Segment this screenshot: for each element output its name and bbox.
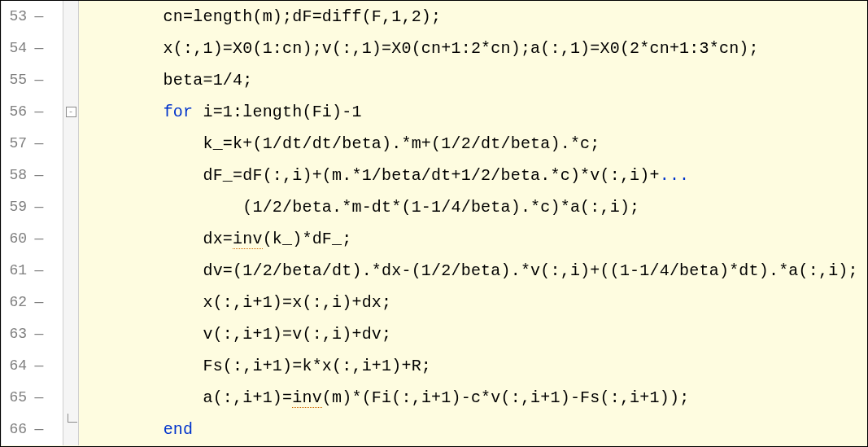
line-dash-marker: — [30, 287, 48, 318]
line-dash-marker: — [30, 160, 48, 191]
code-text[interactable]: dv=(1/2/beta/dt).*dx-(1/2/beta).*v(:,i)+… [79, 255, 867, 287]
code-text[interactable]: dF_=dF(:,i)+(m.*1/beta/dt+1/2/beta.*c)*v… [79, 160, 867, 191]
code-token: dF_=dF(:,i)+(m.*1/beta/dt+1/2/beta.*c)*v… [84, 166, 660, 185]
line-dash-marker: — [30, 96, 48, 128]
code-token: k_=k+(1/dt/dt/beta).*m+(1/2/dt/beta).*c; [84, 134, 600, 153]
fold-gutter [63, 223, 79, 255]
breakpoint-gutter[interactable] [48, 318, 63, 350]
code-line[interactable]: 56—- for i=1:length(Fi)-1 [1, 96, 867, 128]
line-dash-marker: — [30, 33, 48, 64]
code-line[interactable]: 59— (1/2/beta.*m-dt*(1-1/4/beta).*c)*a(:… [1, 191, 867, 223]
code-line[interactable]: 60— dx=inv(k_)*dF_; [1, 223, 867, 255]
breakpoint-gutter[interactable] [48, 287, 63, 318]
line-number: 63 [1, 318, 30, 350]
fold-gutter[interactable] [63, 414, 79, 445]
breakpoint-gutter[interactable] [48, 96, 63, 128]
code-line[interactable]: 54— x(:,1)=X0(1:cn);v(:,1)=X0(cn+1:2*cn)… [1, 33, 867, 64]
code-line[interactable]: 55— beta=1/4; [1, 64, 867, 96]
warning-token: inv [292, 388, 322, 408]
fold-gutter [63, 128, 79, 160]
line-number: 56 [1, 96, 30, 128]
code-text[interactable]: v(:,i+1)=v(:,i)+dv; [79, 318, 867, 350]
code-token: a(:,i+1)= [84, 388, 292, 407]
code-token [84, 420, 164, 439]
code-text[interactable]: x(:,i+1)=x(:,i)+dx; [79, 287, 867, 318]
code-token: dv=(1/2/beta/dt).*dx-(1/2/beta).*v(:,i)+… [84, 261, 858, 280]
code-token: v(:,i+1)=v(:,i)+dv; [84, 325, 391, 344]
fold-gutter [63, 191, 79, 223]
fold-gutter [63, 160, 79, 191]
line-dash-marker: — [30, 414, 48, 445]
line-dash-marker: — [30, 128, 48, 160]
breakpoint-gutter[interactable] [48, 255, 63, 287]
code-token: i=1:length(Fi)-1 [193, 103, 361, 121]
fold-gutter[interactable]: - [63, 96, 79, 128]
code-token: (m)*(Fi(:,i+1)-c*v(:,i+1)-Fs(:,i+1)); [322, 388, 689, 407]
breakpoint-gutter[interactable] [48, 33, 63, 64]
code-token: Fs(:,i+1)=k*x(:,i+1)+R; [84, 357, 431, 375]
code-text[interactable]: cn=length(m);dF=diff(F,1,2); [79, 1, 867, 33]
code-line[interactable]: 57— k_=k+(1/dt/dt/beta).*m+(1/2/dt/beta)… [1, 128, 867, 160]
code-text[interactable]: x(:,1)=X0(1:cn);v(:,1)=X0(cn+1:2*cn);a(:… [79, 33, 867, 64]
code-line[interactable]: 65— a(:,i+1)=inv(m)*(Fi(:,i+1)-c*v(:,i+1… [1, 382, 867, 414]
continuation-token: ... [660, 166, 690, 185]
line-number: 61 [1, 255, 30, 287]
code-editor[interactable]: 53— cn=length(m);dF=diff(F,1,2);54— x(:,… [0, 0, 868, 447]
keyword-token: end [164, 420, 194, 439]
breakpoint-gutter[interactable] [48, 191, 63, 223]
fold-gutter [63, 382, 79, 414]
keyword-token: for [164, 103, 194, 121]
code-token: cn=length(m);dF=diff(F,1,2); [84, 7, 441, 26]
code-line[interactable]: 64— Fs(:,i+1)=k*x(:,i+1)+R; [1, 350, 867, 382]
code-token: dx= [84, 230, 233, 248]
line-number: 60 [1, 223, 30, 255]
code-text[interactable]: Fs(:,i+1)=k*x(:,i+1)+R; [79, 350, 867, 382]
line-dash-marker: — [30, 318, 48, 350]
breakpoint-gutter[interactable] [48, 1, 63, 33]
code-line[interactable]: 66— end [1, 414, 867, 445]
breakpoint-gutter[interactable] [48, 160, 63, 191]
line-number: 54 [1, 33, 30, 64]
code-token: x(:,i+1)=x(:,i)+dx; [84, 293, 391, 312]
line-number: 57 [1, 128, 30, 160]
fold-gutter [63, 287, 79, 318]
line-dash-marker: — [30, 1, 48, 33]
breakpoint-gutter[interactable] [48, 382, 63, 414]
code-token: (k_)*dF_; [263, 230, 352, 248]
code-text[interactable]: for i=1:length(Fi)-1 [79, 96, 867, 128]
breakpoint-gutter[interactable] [48, 223, 63, 255]
code-text[interactable]: (1/2/beta.*m-dt*(1-1/4/beta).*c)*a(:,i); [79, 191, 867, 223]
code-line[interactable]: 61— dv=(1/2/beta/dt).*dx-(1/2/beta).*v(:… [1, 255, 867, 287]
line-number: 58 [1, 160, 30, 191]
fold-gutter [63, 33, 79, 64]
code-line[interactable]: 58— dF_=dF(:,i)+(m.*1/beta/dt+1/2/beta.*… [1, 160, 867, 191]
breakpoint-gutter[interactable] [48, 414, 63, 445]
code-line[interactable]: 63— v(:,i+1)=v(:,i)+dv; [1, 318, 867, 350]
fold-gutter [63, 1, 79, 33]
breakpoint-gutter[interactable] [48, 64, 63, 96]
line-dash-marker: — [30, 350, 48, 382]
line-number: 53 [1, 1, 30, 33]
code-text[interactable]: end [79, 414, 867, 445]
fold-gutter [63, 64, 79, 96]
code-text[interactable]: dx=inv(k_)*dF_; [79, 223, 867, 255]
code-line[interactable]: 62— x(:,i+1)=x(:,i)+dx; [1, 287, 867, 318]
breakpoint-gutter[interactable] [48, 128, 63, 160]
fold-collapse-icon[interactable]: - [66, 107, 76, 117]
code-text[interactable]: k_=k+(1/dt/dt/beta).*m+(1/2/dt/beta).*c; [79, 128, 867, 160]
code-text[interactable]: beta=1/4; [79, 64, 867, 96]
line-number: 59 [1, 191, 30, 223]
line-dash-marker: — [30, 64, 48, 96]
code-line[interactable]: 53— cn=length(m);dF=diff(F,1,2); [1, 1, 867, 33]
line-number: 55 [1, 64, 30, 96]
line-dash-marker: — [30, 223, 48, 255]
line-number: 64 [1, 350, 30, 382]
fold-gutter [63, 318, 79, 350]
warning-token: inv [233, 230, 263, 249]
code-token [84, 103, 164, 121]
code-token: beta=1/4; [84, 71, 252, 90]
line-dash-marker: — [30, 382, 48, 414]
line-number: 65 [1, 382, 30, 414]
breakpoint-gutter[interactable] [48, 350, 63, 382]
code-text[interactable]: a(:,i+1)=inv(m)*(Fi(:,i+1)-c*v(:,i+1)-Fs… [79, 382, 867, 414]
